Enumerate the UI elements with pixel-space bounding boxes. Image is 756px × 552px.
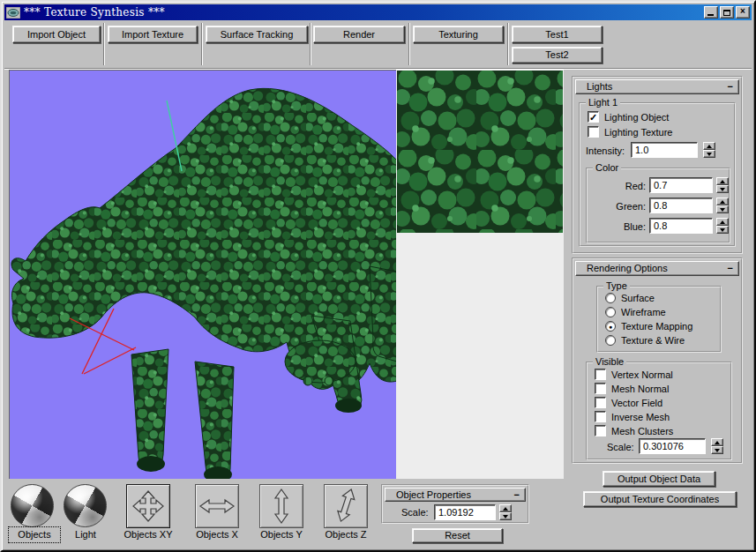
spinner-up-icon[interactable]	[716, 177, 729, 185]
output-object-data-button[interactable]: Output Object Data	[603, 471, 715, 487]
test1-button[interactable]: Test1	[512, 26, 603, 43]
blue-field[interactable]: 0.8	[649, 218, 713, 234]
inverse-mesh-checkbox[interactable]	[595, 411, 606, 422]
spinner-down-icon[interactable]	[703, 150, 715, 158]
rendering-options-header[interactable]: Rendering Options −	[575, 261, 739, 276]
surface-label: Surface	[621, 293, 655, 303]
objects-y-button[interactable]	[259, 484, 303, 528]
output-texture-coordinates-button[interactable]: Output Texture Coordinates	[583, 491, 737, 507]
texture-mapping-radio[interactable]: ●	[605, 321, 616, 332]
lighting-texture-checkbox[interactable]	[588, 126, 599, 138]
blue-label: Blue:	[595, 221, 646, 232]
visible-group: Visible Vertex Normal Mesh Normal Vector…	[586, 362, 732, 460]
lighting-object-row: ✓ Lighting Object	[588, 111, 669, 123]
spinner-up-icon[interactable]	[703, 142, 715, 150]
object-scale-spinner[interactable]	[499, 504, 512, 520]
minimize-button[interactable]	[704, 6, 718, 19]
object-properties-header[interactable]: Object Properties −	[385, 488, 526, 502]
texture-wire-radio[interactable]	[605, 335, 616, 346]
spinner-up-icon[interactable]	[716, 218, 729, 226]
object-scale-label: Scale:	[401, 507, 429, 518]
toolbar-separator	[201, 23, 203, 65]
lights-panel-header[interactable]: Lights −	[575, 79, 739, 94]
render-scale-field[interactable]: 0.301076	[639, 438, 706, 454]
red-spinner[interactable]	[716, 177, 729, 193]
surface-tracking-button[interactable]: Surface Tracking	[206, 26, 308, 43]
spinner-down-icon[interactable]	[716, 185, 729, 193]
spinner-down-icon[interactable]	[711, 446, 723, 454]
close-button[interactable]: ×	[736, 6, 750, 19]
objects-x-label[interactable]: Objects X	[192, 528, 242, 541]
vector-field-label: Vector Field	[611, 398, 662, 408]
reset-button[interactable]: Reset	[412, 528, 503, 543]
type-texture-mapping-row: ● Texture Mapping	[605, 321, 692, 332]
objects-trackball-button[interactable]	[11, 484, 54, 527]
collapse-icon[interactable]: −	[728, 80, 733, 93]
wireframe-radio[interactable]	[605, 307, 616, 317]
app-window: *** Texture Synthesis *** × Import Objec…	[0, 0, 756, 552]
type-texture-wire-row: Texture & Wire	[605, 335, 685, 346]
intensity-label: Intensity:	[586, 145, 625, 156]
toolbar-separator	[103, 23, 105, 65]
objects-z-button[interactable]	[324, 484, 368, 528]
import-object-button[interactable]: Import Object	[12, 26, 101, 43]
intensity-field[interactable]: 1.0	[631, 142, 698, 158]
object-scale-field[interactable]: 1.09192	[434, 504, 496, 520]
green-label: Green:	[595, 201, 646, 212]
mesh-clusters-checkbox[interactable]	[595, 425, 606, 436]
test2-button[interactable]: Test2	[512, 47, 603, 63]
intensity-spinner[interactable]	[703, 142, 715, 158]
arrow-diagonal-icon	[326, 487, 365, 526]
objects-xy-label[interactable]: Objects XY	[119, 528, 177, 541]
import-texture-button[interactable]: Import Texture	[108, 26, 198, 43]
objects-x-button[interactable]	[195, 484, 239, 528]
objects-label[interactable]: Objects	[10, 528, 59, 541]
light-trackball-button[interactable]	[64, 484, 107, 527]
viewport-3d[interactable]	[9, 70, 396, 479]
collapse-icon[interactable]: −	[514, 489, 520, 501]
light-label[interactable]: Light	[67, 528, 104, 541]
close-icon: ×	[740, 7, 745, 16]
maximize-button[interactable]	[720, 6, 734, 19]
minimize-icon	[707, 14, 714, 16]
vertex-normal-checkbox[interactable]	[595, 369, 606, 380]
lighting-object-checkbox[interactable]: ✓	[588, 111, 599, 123]
objects-z-label[interactable]: Objects Z	[321, 528, 371, 541]
lighting-object-label: Lighting Object	[604, 112, 669, 123]
spinner-up-icon[interactable]	[711, 438, 723, 446]
objects-y-label[interactable]: Objects Y	[257, 528, 306, 541]
lights-panel-title: Lights	[587, 80, 728, 93]
render-scale-spinner[interactable]	[711, 438, 723, 454]
rendering-options-title: Rendering Options	[587, 262, 728, 275]
rendering-options-panel: Rendering Options − Type Surface Wirefra…	[572, 257, 743, 464]
red-field[interactable]: 0.7	[649, 177, 713, 193]
vector-field-checkbox[interactable]	[595, 397, 606, 408]
type-wireframe-row: Wireframe	[605, 307, 666, 317]
texturing-button[interactable]: Texturing	[413, 26, 504, 43]
objects-xy-button[interactable]	[126, 484, 170, 528]
title-bar[interactable]: *** Texture Synthesis *** ×	[4, 4, 752, 20]
wireframe-label: Wireframe	[621, 307, 666, 317]
spinner-down-icon[interactable]	[716, 226, 729, 234]
inverse-mesh-label: Inverse Mesh	[611, 412, 670, 422]
inverse-mesh-row: Inverse Mesh	[595, 411, 670, 422]
spinner-up-icon[interactable]	[716, 198, 729, 205]
spinner-down-icon[interactable]	[499, 512, 512, 520]
vector-field-row: Vector Field	[595, 397, 662, 408]
surface-radio[interactable]	[605, 293, 616, 303]
vertex-normal-label: Vertex Normal	[611, 369, 673, 380]
blue-spinner[interactable]	[716, 218, 729, 234]
green-field[interactable]: 0.8	[649, 198, 713, 213]
render-button[interactable]: Render	[313, 26, 405, 43]
object-properties-title: Object Properties	[396, 489, 514, 501]
texture-panel	[396, 70, 564, 479]
collapse-icon[interactable]: −	[728, 262, 733, 275]
green-spinner[interactable]	[716, 198, 729, 213]
mesh-clusters-row: Mesh Clusters	[595, 425, 673, 436]
arrow-4way-icon	[131, 489, 166, 524]
red-label: Red:	[595, 181, 646, 191]
mesh-normal-checkbox[interactable]	[595, 383, 606, 394]
arrow-horizontal-icon	[198, 497, 236, 515]
spinner-up-icon[interactable]	[499, 504, 512, 512]
spinner-down-icon[interactable]	[716, 205, 729, 213]
